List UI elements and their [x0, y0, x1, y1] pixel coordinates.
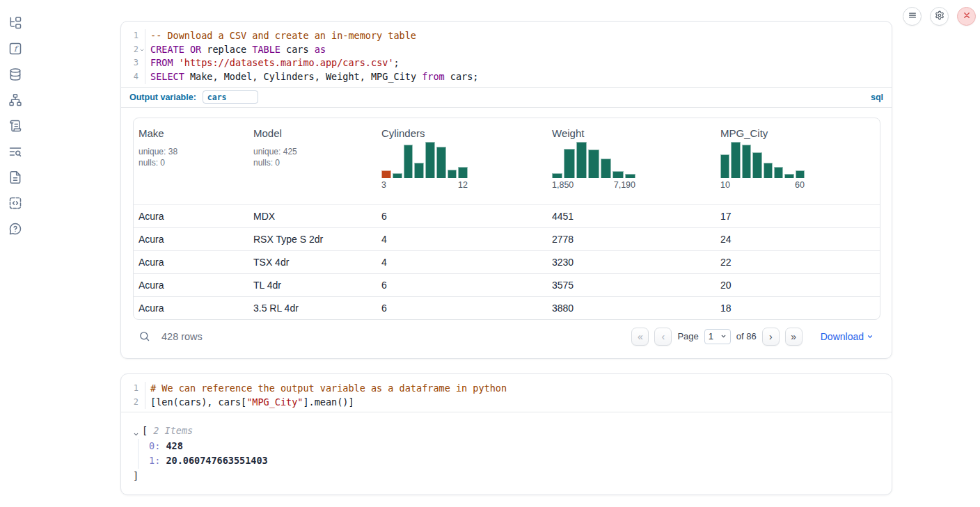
table-cell: 3230: [547, 257, 716, 268]
table-cell: Acura: [134, 211, 248, 222]
search-icon[interactable]: [139, 330, 150, 342]
code-line[interactable]: 2[len(cars), cars["MPG_City"].mean()]: [121, 396, 892, 410]
column-mpg-city[interactable]: MPG_City 1060: [716, 127, 880, 204]
rows-count: 428 rows: [161, 331, 203, 342]
code-text: # We can reference the output variable a…: [145, 382, 892, 396]
fold-gutter: [139, 382, 145, 396]
close-button[interactable]: [957, 7, 976, 26]
code-line[interactable]: 4SELECT Make, Model, Cylinders, Weight, …: [121, 70, 892, 84]
table-header: Make unique: 38 nulls: 0 Model unique: 4…: [134, 118, 880, 204]
menu-button[interactable]: [903, 7, 922, 26]
column-stats: unique: 38 nulls: 0: [139, 146, 248, 168]
table-cell: 6: [377, 211, 547, 222]
table-row[interactable]: AcuraMDX6445117: [134, 204, 880, 227]
tree-items: 0: 4281: 20.060747663551403: [138, 439, 892, 469]
table-cell: 17: [716, 211, 880, 222]
table-row[interactable]: AcuraTSX 4dr4323022: [134, 250, 880, 273]
line-number: 2: [121, 43, 139, 57]
code-text: -- Download a CSV and create an in-memor…: [145, 29, 892, 43]
line-number: 2: [121, 396, 139, 410]
output-variable-row: Output variable: sql: [121, 87, 892, 108]
hist-axis: 1,8507,190: [552, 180, 635, 190]
logs-search-icon[interactable]: [8, 144, 23, 159]
hist-bar: [625, 174, 635, 178]
line-number: 1: [121, 29, 139, 43]
tree-item-key: 1:: [149, 455, 160, 466]
table-footer: 428 rows « ‹ Page 1 of 86 › » Download: [121, 324, 892, 349]
sql-code-editor[interactable]: 1-- Download a CSV and create an in-memo…: [121, 22, 892, 87]
file-explorer-icon[interactable]: [8, 15, 23, 30]
hist-bar: [436, 147, 446, 178]
page-select[interactable]: 1: [704, 329, 731, 344]
code-line[interactable]: 3FROM 'https://datasets.marimo.app/cars.…: [121, 56, 892, 70]
fold-gutter: [139, 29, 145, 43]
chevron-down-icon: [867, 333, 874, 340]
column-label: Weight: [552, 127, 716, 139]
python-code-editor[interactable]: 1# We can reference the output variable …: [121, 374, 892, 412]
scratchpad-icon[interactable]: [8, 118, 23, 133]
page-total: of 86: [736, 331, 757, 341]
snippets-icon[interactable]: [8, 195, 23, 210]
table-cell: MDX: [248, 211, 377, 222]
hist-bar: [612, 171, 623, 178]
code-line[interactable]: 1# We can reference the output variable …: [121, 382, 892, 396]
hist-bar: [393, 173, 402, 178]
sidebar: f: [0, 0, 31, 507]
tree-open-line: [ 2 Items: [121, 424, 892, 439]
column-weight[interactable]: Weight 1,8507,190: [547, 127, 716, 204]
datasources-icon[interactable]: [8, 67, 23, 81]
documentation-icon[interactable]: [8, 170, 23, 184]
column-label: Cylinders: [381, 127, 547, 139]
column-model[interactable]: Model unique: 425 nulls: 0: [248, 127, 377, 204]
code-line[interactable]: 2CREATE OR replace TABLE cars as: [121, 43, 892, 57]
code-text: CREATE OR replace TABLE cars as: [145, 43, 892, 57]
hist-bar: [784, 174, 793, 178]
tree-item-key: 0:: [149, 440, 160, 451]
table-cell: 2778: [547, 234, 716, 245]
output-variable-label: Output variable:: [129, 92, 196, 102]
table-cell: 3575: [547, 280, 716, 291]
functions-icon[interactable]: f: [8, 41, 23, 56]
code-line[interactable]: 1-- Download a CSV and create an in-memo…: [121, 29, 892, 43]
language-badge[interactable]: sql: [871, 92, 883, 102]
table-cell: 3880: [547, 303, 716, 314]
hist-bar: [720, 154, 729, 178]
table-cell: 3.5 RL 4dr: [248, 303, 377, 314]
hist-bar: [752, 152, 761, 178]
hist-bar: [796, 170, 805, 178]
hist-bar: [588, 150, 599, 178]
download-button[interactable]: Download: [821, 331, 874, 342]
pagination: « ‹ Page 1 of 86 › » Download: [631, 328, 874, 346]
line-number: 3: [121, 56, 139, 70]
code-text: [len(cars), cars["MPG_City"].mean()]: [145, 396, 892, 410]
output-variable-input[interactable]: [203, 90, 258, 104]
column-cylinders[interactable]: Cylinders 312: [377, 127, 547, 204]
column-stats: unique: 425 nulls: 0: [253, 146, 377, 168]
table-output: Make unique: 38 nulls: 0 Model unique: 4…: [133, 118, 880, 320]
table-cell: TL 4dr: [248, 280, 377, 291]
column-make[interactable]: Make unique: 38 nulls: 0: [134, 127, 248, 204]
last-page-button[interactable]: »: [785, 328, 803, 346]
table-cell: Acura: [134, 303, 248, 314]
table-row[interactable]: AcuraTL 4dr6357520: [134, 273, 880, 296]
hist-bar: [564, 149, 574, 178]
table-cell: 4451: [547, 211, 716, 222]
prev-page-button[interactable]: ‹: [654, 328, 672, 346]
fold-chevron-icon[interactable]: [139, 43, 145, 57]
help-icon[interactable]: [8, 221, 23, 236]
weight-histogram: 1,8507,190: [552, 142, 635, 190]
first-page-button[interactable]: «: [631, 328, 649, 346]
table-row[interactable]: AcuraRSX Type S 2dr4277824: [134, 227, 880, 250]
hist-bar: [381, 170, 391, 178]
collapse-chevron-icon[interactable]: [133, 427, 139, 442]
dependencies-icon[interactable]: [8, 92, 23, 107]
code-text: FROM 'https://datasets.marimo.app/cars.c…: [145, 56, 892, 70]
settings-button[interactable]: [930, 7, 949, 26]
cylinders-histogram: 312: [381, 142, 468, 190]
line-number: 1: [121, 382, 139, 396]
table-cell: 6: [377, 280, 547, 291]
table-cell: 6: [377, 303, 547, 314]
next-page-button[interactable]: ›: [762, 328, 780, 346]
table-cell: 4: [377, 257, 547, 268]
table-row[interactable]: Acura3.5 RL 4dr6388018: [134, 296, 880, 319]
